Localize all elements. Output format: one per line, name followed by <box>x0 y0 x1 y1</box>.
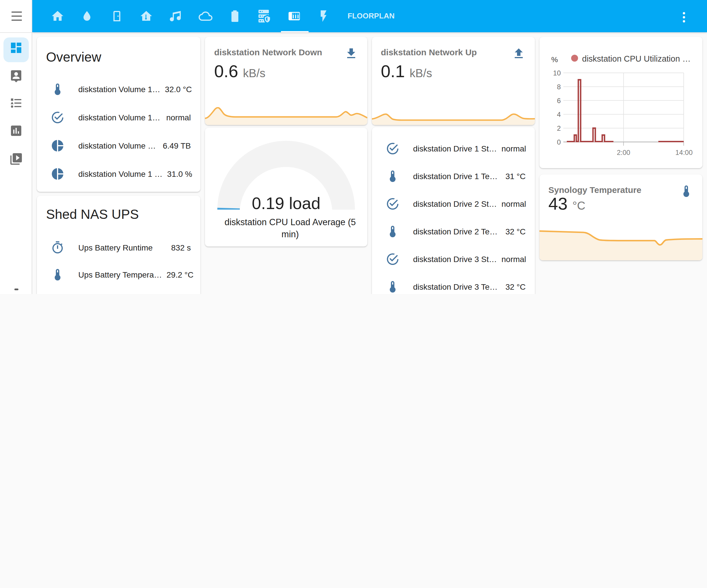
svg-text:2: 2 <box>557 124 561 132</box>
svg-text:14:00: 14:00 <box>675 149 692 156</box>
svg-text:8: 8 <box>557 83 561 91</box>
svg-text:0: 0 <box>557 138 561 146</box>
svg-text:10: 10 <box>553 69 561 77</box>
svg-text:4: 4 <box>557 110 561 118</box>
svg-text:2:00: 2:00 <box>617 149 630 156</box>
svg-text:6: 6 <box>557 97 561 104</box>
